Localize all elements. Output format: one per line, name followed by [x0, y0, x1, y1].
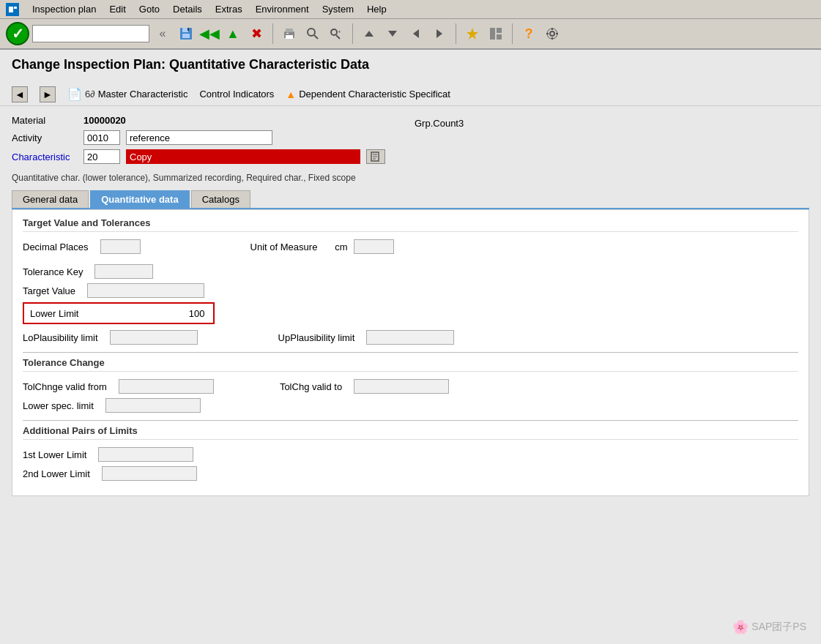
nav-next-button[interactable] [429, 23, 450, 44]
layout-button[interactable] [486, 23, 506, 44]
menu-extras[interactable]: Extras [215, 4, 242, 15]
svg-rect-5 [182, 34, 190, 38]
svg-rect-21 [490, 28, 495, 40]
svg-marker-18 [413, 29, 419, 38]
tolchg-valid-to-input[interactable] [354, 379, 449, 394]
svg-rect-8 [286, 29, 293, 32]
tolchnge-valid-from-input[interactable] [119, 379, 214, 394]
svg-rect-4 [182, 28, 188, 32]
tab-general[interactable]: General data [12, 190, 89, 208]
quantitative-section: Target Value and Tolerances Decimal Plac… [12, 209, 809, 496]
up-plausibility-label: UpPlausibility limit [278, 332, 361, 343]
svg-point-13 [331, 29, 337, 35]
svg-rect-1 [9, 7, 13, 12]
svg-marker-20 [467, 28, 478, 40]
tolchnge-valid-from-label: TolChnge valid from [23, 381, 113, 392]
help-button[interactable]: ? [519, 23, 539, 44]
tab-quantitative[interactable]: Quantitative data [90, 190, 189, 208]
svg-rect-10 [286, 33, 289, 34]
first-lower-limit-input[interactable] [98, 447, 193, 462]
lo-plausibility-label: LoPlausibility limit [23, 332, 104, 343]
dependent-char-button[interactable]: ▲ Dependent Characteristic Specificat [286, 89, 450, 100]
settings-button[interactable] [542, 23, 562, 44]
find-next-button[interactable]: + [326, 23, 346, 44]
content-area: Material 10000020 Activity Characteristi… [0, 106, 821, 505]
nav-prev-button[interactable] [406, 23, 426, 44]
master-char-button[interactable]: 📄 6∂ Master Characteristic [67, 87, 187, 101]
additional-pairs-title: Additional Pairs of Limits [23, 425, 798, 440]
menu-environment[interactable]: Environment [256, 4, 309, 15]
svg-text:+: + [338, 29, 341, 35]
secondary-toolbar: ◄ ► 📄 6∂ Master Characteristic Control I… [0, 83, 821, 106]
material-label: Material [12, 115, 78, 126]
activity-row: Activity [12, 130, 385, 145]
print-button[interactable] [279, 23, 300, 44]
confirm-button[interactable]: ✓ [6, 22, 29, 45]
sep4 [512, 23, 513, 44]
up-plausibility-input[interactable] [366, 330, 454, 345]
decimal-places-input[interactable] [100, 239, 141, 254]
svg-rect-22 [497, 28, 502, 33]
save-button[interactable] [176, 23, 196, 44]
target-value-input[interactable] [87, 283, 204, 298]
nav-prev-arrow[interactable]: ◄ [12, 86, 28, 102]
svg-line-14 [336, 35, 340, 39]
divider-1 [23, 352, 798, 353]
menu-system[interactable]: System [322, 4, 354, 15]
lower-limit-label: Lower Limit [30, 308, 84, 319]
char-code-input[interactable] [83, 149, 120, 164]
target-value-label: Target Value [23, 285, 81, 296]
stop-button[interactable]: ✖ [246, 23, 267, 44]
control-indicators-label: Control Indicators [199, 89, 274, 100]
back-button[interactable]: ◀◀ [199, 23, 220, 44]
unit-of-measure-input[interactable] [354, 239, 394, 254]
menu-inspection-plan[interactable]: Inspection plan [32, 4, 96, 15]
second-lower-limit-input[interactable] [102, 466, 197, 481]
tabs-bar: General data Quantitative data Catalogs [12, 190, 809, 209]
divider-2 [23, 420, 798, 421]
material-value: 10000020 [83, 115, 126, 126]
sap-watermark: 🌸 SAP团子PS [732, 619, 806, 635]
char-name-input[interactable] [126, 149, 360, 164]
app-logo [6, 3, 19, 16]
toolbar: ✓ « ◀◀ ▲ ✖ + [0, 19, 821, 50]
svg-rect-9 [286, 35, 293, 39]
menu-goto[interactable]: Goto [139, 4, 160, 15]
unit-of-measure-value: cm [335, 242, 347, 252]
tolerance-key-label: Tolerance Key [23, 266, 89, 277]
nav-up-button[interactable] [359, 23, 379, 44]
edit-char-button[interactable] [366, 149, 385, 164]
lo-plausibility-input[interactable] [110, 330, 198, 345]
activity-name-input[interactable] [126, 130, 272, 145]
lower-spec-limit-input[interactable] [105, 398, 201, 413]
nav-down-button[interactable] [382, 23, 403, 44]
tolerance-change-title: Tolerance Change [23, 357, 798, 372]
master-char-label: Master Characteristic [98, 89, 188, 100]
menu-edit[interactable]: Edit [109, 4, 125, 15]
menu-details[interactable]: Details [173, 4, 202, 15]
svg-point-11 [308, 29, 315, 36]
up-button[interactable]: ▲ [223, 23, 243, 44]
edit-groups-icon: 6∂ [85, 89, 95, 100]
svg-marker-17 [388, 31, 397, 37]
tolerance-key-input[interactable] [94, 264, 153, 279]
lower-spec-limit-label: Lower spec. limit [23, 400, 100, 411]
find-button[interactable] [302, 23, 323, 44]
bookmark-button[interactable] [462, 23, 483, 44]
svg-rect-29 [556, 33, 558, 34]
command-input[interactable] [32, 25, 149, 42]
characteristic-row: Characteristic [12, 149, 385, 164]
dependent-char-label: Dependent Characteristic Specificat [299, 89, 450, 100]
lower-limit-input[interactable] [90, 306, 207, 321]
nav-next-arrow[interactable]: ► [40, 86, 56, 102]
tab-catalogs[interactable]: Catalogs [191, 190, 250, 208]
dependent-char-icon: ▲ [286, 89, 296, 100]
material-row: Material 10000020 [12, 115, 385, 126]
info-text: Quantitative char. (lower tolerance), Su… [12, 171, 809, 184]
control-indicators-button[interactable]: Control Indicators [199, 89, 274, 100]
svg-point-25 [547, 29, 557, 39]
menu-help[interactable]: Help [367, 4, 387, 15]
activity-code-input[interactable] [83, 130, 120, 145]
back-first-button[interactable]: « [152, 23, 173, 44]
page-title: Change Inspection Plan: Quantitative Cha… [12, 57, 809, 72]
